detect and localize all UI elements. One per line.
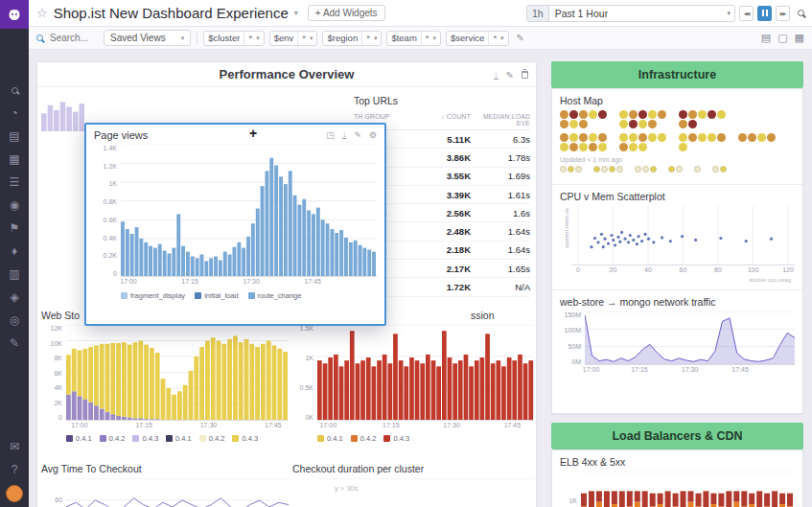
host-dot[interactable] [658, 110, 666, 119]
search-input[interactable] [48, 32, 98, 44]
legend-item[interactable]: 0.4.1 [166, 434, 192, 443]
backward-button[interactable]: ◀◀ [739, 6, 754, 21]
variable-value[interactable]: *▾ [362, 33, 381, 43]
variable-value[interactable]: *▾ [244, 33, 263, 43]
host-dot[interactable] [560, 143, 568, 151]
host-dot[interactable] [560, 120, 568, 128]
host-dot[interactable] [712, 166, 719, 173]
host-dot[interactable] [638, 143, 647, 151]
sessions-chart[interactable] [317, 325, 534, 421]
avg-checkout-chart[interactable] [66, 478, 289, 507]
export-icon[interactable]: ↓ [342, 130, 347, 139]
host-dot[interactable] [619, 143, 628, 151]
fullscreen-icon[interactable]: ▢ [777, 32, 787, 44]
host-dot[interactable] [679, 133, 687, 142]
user-avatar[interactable] [6, 485, 23, 502]
host-dot[interactable] [708, 133, 716, 142]
host-dot[interactable] [757, 133, 766, 142]
infrastructure-icon[interactable]: ▤ [0, 125, 29, 148]
column-count-sorted[interactable]: ↓ COUNT [432, 113, 471, 127]
host-dot[interactable] [679, 143, 687, 151]
search-icon[interactable] [798, 10, 804, 16]
host-dot[interactable] [688, 133, 697, 142]
host-dot[interactable] [569, 110, 578, 119]
legend-item[interactable]: 0.4.1 [66, 434, 92, 443]
host-dot[interactable] [589, 133, 597, 142]
host-dot[interactable] [698, 110, 707, 119]
template-variable[interactable]: $env*▾ [269, 31, 318, 46]
host-dot[interactable] [717, 110, 726, 119]
host-dot[interactable] [650, 166, 657, 173]
traces-icon[interactable]: ♦ [0, 240, 29, 263]
host-dot[interactable] [708, 110, 716, 119]
legend-item[interactable]: 0.4.1 [317, 434, 343, 443]
host-dot[interactable] [668, 166, 675, 173]
notebooks-icon[interactable]: ✎ [0, 332, 29, 355]
host-dot[interactable] [568, 166, 574, 173]
host-cluster[interactable] [560, 166, 582, 173]
template-variable[interactable]: $cluster*▾ [203, 31, 264, 46]
edit-variables-icon[interactable]: ✎ [517, 33, 524, 43]
legend-item[interactable]: 0.4.2 [100, 434, 126, 443]
host-map[interactable] [560, 110, 795, 151]
host-dot[interactable] [658, 133, 666, 142]
monitors-icon[interactable]: ⚑ [0, 217, 29, 240]
host-cluster[interactable] [619, 110, 667, 128]
page-views-chart[interactable] [121, 145, 377, 277]
edit-icon[interactable]: ✎ [354, 130, 361, 140]
host-dot[interactable] [629, 110, 638, 119]
host-dot[interactable] [688, 120, 697, 128]
host-dot[interactable] [720, 166, 727, 173]
edit-icon[interactable]: ✎ [506, 70, 514, 81]
host-dot[interactable] [619, 110, 628, 119]
host-dot[interactable] [616, 166, 623, 173]
host-cluster[interactable] [668, 166, 683, 173]
host-dot[interactable] [560, 110, 568, 119]
mongo-traffic-chart[interactable] [585, 311, 795, 365]
host-dot[interactable] [569, 143, 578, 151]
legend-item[interactable]: 0.4.3 [383, 434, 409, 443]
template-variable[interactable]: $region*▾ [322, 31, 382, 46]
host-dot[interactable] [593, 166, 600, 173]
host-cluster[interactable] [560, 110, 608, 128]
chevron-down-icon[interactable]: ▾ [294, 9, 298, 17]
host-map-small-group[interactable] [560, 166, 795, 173]
legend-item[interactable]: 0.4.3 [232, 434, 258, 443]
trash-icon[interactable] [522, 71, 528, 79]
expand-icon[interactable]: ◳ [326, 130, 335, 140]
host-dot[interactable] [579, 110, 588, 119]
chat-icon[interactable]: ✉ [10, 435, 19, 458]
watchdog-icon[interactable]: ◔ [0, 102, 29, 125]
synthetics-icon[interactable]: ◎ [0, 309, 29, 332]
host-dot[interactable] [598, 143, 607, 151]
host-map-icon[interactable]: ▦ [0, 148, 29, 171]
pause-button[interactable] [757, 6, 772, 21]
host-dot[interactable] [629, 143, 638, 151]
toolbar-search[interactable] [36, 32, 98, 44]
host-dot[interactable] [598, 110, 607, 119]
legend-item[interactable]: 0.4.2 [351, 434, 377, 443]
search-icon[interactable] [0, 79, 29, 102]
host-dot[interactable] [679, 110, 687, 119]
gear-icon[interactable]: ⚙ [369, 130, 377, 140]
host-dot[interactable] [767, 133, 776, 142]
legend-item[interactable]: initial_load [195, 291, 238, 300]
host-dot[interactable] [635, 166, 641, 173]
host-dot[interactable] [598, 133, 607, 142]
metrics-icon[interactable]: ◉ [0, 194, 29, 217]
host-cluster[interactable] [560, 133, 608, 151]
logs-icon[interactable]: ▥ [0, 263, 29, 286]
host-dot[interactable] [698, 133, 707, 142]
host-dot[interactable] [569, 120, 578, 128]
saved-views-dropdown[interactable]: Saved Views ▾ [104, 30, 191, 46]
host-cluster[interactable] [712, 166, 727, 173]
host-dot[interactable] [575, 166, 582, 173]
host-dot[interactable] [676, 166, 683, 173]
variable-value[interactable]: *▾ [422, 33, 440, 43]
template-variable[interactable]: $team*▾ [386, 31, 441, 46]
host-cluster[interactable] [679, 133, 727, 151]
page-views-overlay-widget[interactable]: Page views + ◳ ↓ ✎ ⚙ 1.4K1.2K1K0.8K0.6K0… [84, 123, 386, 326]
legend-item[interactable]: fragment_display [121, 291, 185, 300]
host-dot[interactable] [642, 166, 649, 173]
help-icon[interactable]: ? [10, 458, 19, 481]
